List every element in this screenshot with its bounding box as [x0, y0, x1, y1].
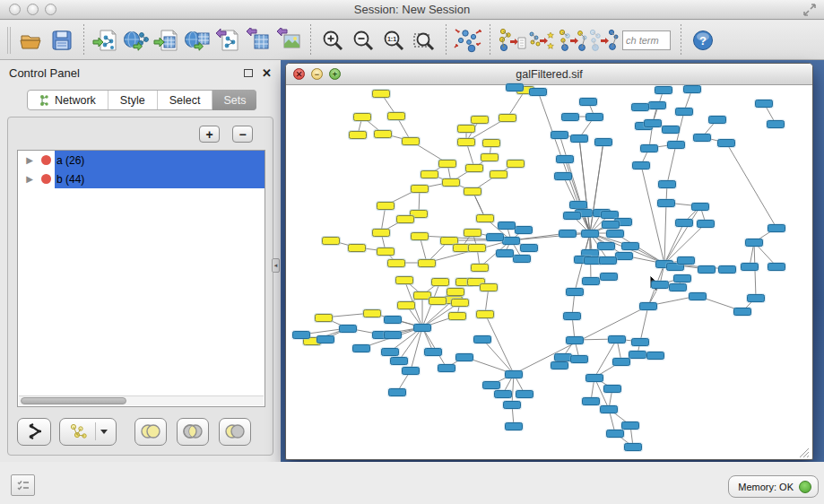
graph-node-blue[interactable]: [594, 138, 612, 146]
graph-node-yellow[interactable]: [464, 187, 481, 196]
graph-node-blue[interactable]: [486, 233, 504, 241]
graph-node-yellow[interactable]: [372, 90, 390, 98]
graph-node-blue[interactable]: [505, 370, 523, 378]
graph-node-yellow[interactable]: [451, 299, 469, 307]
graph-node-blue[interactable]: [494, 390, 512, 398]
graph-node-blue[interactable]: [473, 335, 491, 343]
graph-node-blue[interactable]: [438, 364, 455, 372]
tab-style[interactable]: Style: [108, 91, 158, 109]
graph-node-yellow[interactable]: [363, 309, 381, 317]
graph-node-blue[interactable]: [662, 126, 680, 134]
graph-node-blue[interactable]: [615, 252, 633, 260]
graph-node-yellow[interactable]: [448, 312, 466, 320]
graph-node-blue[interactable]: [767, 120, 785, 128]
graph-node-blue[interactable]: [566, 288, 584, 296]
open-session-button[interactable]: [16, 24, 47, 56]
graph-node-yellow[interactable]: [411, 185, 429, 193]
graph-node-blue[interactable]: [717, 139, 735, 147]
graph-node-blue[interactable]: [388, 388, 406, 396]
graph-node-blue[interactable]: [693, 134, 711, 142]
help-button[interactable]: ?: [688, 24, 718, 56]
graph-node-yellow[interactable]: [377, 202, 395, 210]
export-network-button[interactable]: [213, 24, 243, 56]
graph-node-blue[interactable]: [506, 83, 524, 91]
graph-node-blue[interactable]: [381, 348, 399, 356]
graph-node-yellow[interactable]: [322, 237, 340, 245]
graph-node-blue[interactable]: [632, 161, 650, 169]
graph-node-blue[interactable]: [502, 237, 520, 245]
close-panel-icon[interactable]: ✕: [262, 67, 272, 79]
list-item[interactable]: ▶ b (44): [18, 169, 265, 188]
graph-node-blue[interactable]: [608, 335, 626, 343]
graph-node-blue[interactable]: [621, 242, 639, 250]
graph-node-blue[interactable]: [563, 212, 581, 220]
graph-node-blue[interactable]: [554, 172, 572, 180]
graph-node-blue[interactable]: [585, 113, 603, 121]
frame-minimize-button[interactable]: −: [311, 68, 323, 80]
graph-node-blue[interactable]: [551, 131, 568, 139]
graph-node-blue[interactable]: [505, 422, 523, 430]
graph-node-blue[interactable]: [698, 265, 716, 274]
graph-node-blue[interactable]: [496, 249, 514, 257]
graph-node-yellow[interactable]: [482, 139, 500, 147]
graph-node-blue[interactable]: [629, 351, 646, 359]
graph-node-blue[interactable]: [424, 348, 442, 356]
graph-node-blue[interactable]: [551, 361, 568, 369]
graph-node-yellow[interactable]: [377, 248, 395, 256]
graph-node-blue[interactable]: [683, 85, 701, 93]
graph-node-yellow[interactable]: [457, 138, 475, 146]
graph-node-yellow[interactable]: [457, 125, 475, 133]
save-session-button[interactable]: [47, 24, 77, 56]
graph-node-yellow[interactable]: [499, 114, 516, 122]
horizontal-scrollbar[interactable]: [19, 395, 264, 405]
network-view-canvas[interactable]: [287, 86, 811, 460]
graph-node-yellow[interactable]: [480, 283, 498, 291]
graph-node-blue[interactable]: [570, 135, 588, 143]
graph-node-blue[interactable]: [515, 226, 533, 234]
graph-node-blue[interactable]: [402, 367, 420, 375]
graph-node-yellow[interactable]: [431, 278, 449, 286]
graph-node-blue[interactable]: [621, 421, 639, 430]
graph-node-yellow[interactable]: [442, 178, 460, 187]
graph-node-blue[interactable]: [569, 201, 587, 209]
graph-node-blue[interactable]: [673, 274, 691, 282]
graph-node-blue[interactable]: [612, 358, 630, 366]
import-network-file-button[interactable]: [91, 24, 121, 56]
graph-node-blue[interactable]: [644, 119, 662, 127]
graph-node-blue[interactable]: [708, 116, 726, 124]
graph-node-blue[interactable]: [529, 88, 547, 96]
graph-node-blue[interactable]: [602, 221, 620, 229]
graph-node-yellow[interactable]: [464, 229, 481, 237]
graph-node-blue[interactable]: [624, 443, 642, 451]
graph-node-blue[interactable]: [747, 294, 765, 302]
graph-node-blue[interactable]: [606, 230, 624, 238]
tab-network[interactable]: Network: [28, 91, 108, 109]
graph-node-blue[interactable]: [317, 335, 334, 343]
graph-node-blue[interactable]: [597, 242, 615, 250]
expand-arrow-icon[interactable]: ▶: [18, 174, 41, 184]
graph-node-yellow[interactable]: [387, 112, 405, 120]
graph-node-yellow[interactable]: [471, 116, 489, 124]
graph-node-blue[interactable]: [339, 325, 357, 333]
network-compare-button[interactable]: [558, 24, 588, 56]
graph-node-blue[interactable]: [768, 263, 785, 271]
graph-node-blue[interactable]: [606, 430, 624, 438]
add-set-button[interactable]: +: [199, 126, 220, 143]
graph-node-blue[interactable]: [639, 302, 657, 310]
zoom-in-button[interactable]: [317, 24, 348, 56]
graph-node-blue[interactable]: [669, 283, 687, 291]
graph-node-yellow[interactable]: [402, 137, 420, 145]
graph-node-blue[interactable]: [563, 312, 581, 320]
graph-node-blue[interactable]: [566, 336, 584, 344]
memory-status-button[interactable]: Memory: OK: [728, 475, 819, 498]
graph-node-blue[interactable]: [657, 199, 675, 207]
graph-node-blue[interactable]: [718, 265, 736, 274]
graph-node-blue[interactable]: [648, 101, 666, 109]
graph-node-blue[interactable]: [599, 256, 617, 265]
import-table-database-button[interactable]: [182, 24, 213, 56]
network-annotate-button[interactable]: [497, 24, 527, 56]
graph-node-yellow[interactable]: [429, 297, 447, 305]
graph-node-blue[interactable]: [600, 273, 618, 281]
union-sets-button[interactable]: [134, 418, 167, 446]
graph-node-blue[interactable]: [561, 113, 579, 121]
